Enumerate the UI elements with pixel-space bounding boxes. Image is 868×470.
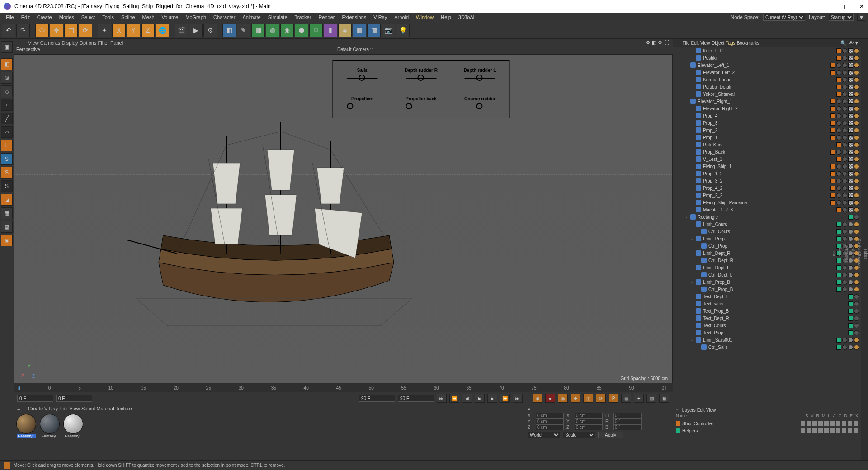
lay-tab-layers[interactable]: Layers — [682, 408, 696, 413]
menu-animate[interactable]: Animate — [239, 14, 264, 20]
frame-end-input[interactable] — [359, 395, 395, 402]
object-row[interactable]: Ctrl_Prop — [673, 242, 861, 249]
nodespace-select[interactable]: Current (V-Ray) — [763, 14, 805, 21]
menu-create[interactable]: Create — [34, 14, 55, 20]
generator-1[interactable]: ▦ — [251, 24, 265, 37]
vp-tab-view[interactable]: View — [28, 40, 39, 46]
layer-row[interactable]: Ship_Controller — [673, 420, 861, 427]
grid-tool-2[interactable]: ▩ — [1, 221, 13, 233]
vp-tab-filter[interactable]: Filter — [98, 40, 109, 46]
viewport-camera[interactable]: Default Camera :: — [337, 47, 373, 54]
object-row[interactable]: Flying_Ship_1 — [673, 163, 861, 170]
axis-mode[interactable]: L — [1, 140, 13, 151]
cube-primitive[interactable]: ◧ — [222, 24, 236, 37]
vp-icon-2[interactable]: ◧ — [652, 40, 656, 46]
mat-tab-edit[interactable]: Edit — [59, 406, 68, 411]
object-row[interactable]: Prop_Back — [673, 148, 861, 155]
material-swatch[interactable]: Fantasy_ — [15, 414, 37, 442]
redo-button[interactable]: ↷ — [16, 24, 30, 37]
record-key[interactable]: ◉ — [533, 394, 542, 403]
menu-mograph[interactable]: MoGraph — [182, 14, 209, 20]
side-tabs[interactable]: TakesContent BrowserObjectsAttributesLay… — [861, 39, 868, 460]
generator-2[interactable]: ◍ — [266, 24, 279, 37]
frame-start-input[interactable] — [17, 395, 53, 402]
layer-row[interactable]: Helpers — [673, 427, 861, 434]
menu-arnold[interactable]: Arnold — [391, 14, 412, 20]
object-row[interactable]: Ctrl_Sails — [673, 343, 861, 351]
vp-icon-3[interactable]: ⟳ — [658, 40, 662, 46]
object-row[interactable]: Elevator_Left_2 — [673, 69, 861, 76]
scene-tool-1[interactable]: ▦ — [353, 24, 366, 37]
coord-x-pos[interactable] — [536, 413, 564, 418]
object-row[interactable]: Prop_4_2 — [673, 184, 861, 192]
material-swatch[interactable]: Fantasy_ — [62, 414, 84, 442]
side-tab-layers[interactable]: Layers — [838, 248, 843, 260]
object-row[interactable]: Text_Cours — [673, 322, 861, 329]
scene-tool-2[interactable]: ▥ — [367, 24, 381, 37]
scale-tool[interactable]: ◫ — [64, 24, 78, 37]
minimize-icon[interactable]: — — [829, 3, 835, 10]
om-tab-bookmarks[interactable]: Bookmarks — [737, 41, 760, 46]
vp-tab-options[interactable]: Options — [80, 40, 97, 46]
next-key-button[interactable]: ⏩ — [500, 394, 510, 403]
grid-tool-3[interactable]: ◉ — [1, 235, 13, 246]
mat-tab-texture[interactable]: Texture — [116, 406, 132, 411]
menu-tools[interactable]: Tools — [99, 14, 117, 20]
object-row[interactable]: Prop_4 — [673, 112, 861, 119]
object-row[interactable]: -Limit_Dept_L — [673, 264, 861, 271]
coord-b-rot[interactable] — [613, 424, 642, 430]
menu-3dtoall[interactable]: 3DToAll — [455, 14, 479, 20]
autokey-toggle[interactable]: ● — [545, 394, 555, 403]
menu-mesh[interactable]: Mesh — [139, 14, 158, 20]
menu-help[interactable]: Help — [438, 14, 454, 20]
point-mode[interactable]: ◦ — [1, 99, 13, 111]
side-tab-content-browser[interactable]: Content Browser — [857, 239, 862, 269]
prev-frame-button[interactable]: ◀ — [462, 394, 472, 403]
menu-volume[interactable]: Volume — [159, 14, 182, 20]
workplane-mode[interactable]: ◇ — [1, 85, 13, 97]
snap-tool-1[interactable]: S — [1, 153, 13, 165]
object-row[interactable]: Flying_Ship_Parusina — [673, 199, 861, 206]
menu-window[interactable]: Window — [413, 14, 437, 20]
apply-button[interactable]: Apply — [598, 432, 623, 438]
field-tool[interactable]: ▮ — [324, 24, 337, 37]
mat-tab-create[interactable]: Create — [28, 406, 43, 411]
key-anim-1[interactable]: ✦ — [634, 394, 644, 403]
render-settings-button[interactable]: ⚙ — [203, 24, 217, 37]
render-picture-button[interactable]: ▶ — [189, 24, 203, 37]
viewport-3d[interactable]: Sails Depth rudder R Depth rudder L Prop… — [14, 54, 673, 383]
om-tab-tags[interactable]: Tags — [726, 41, 735, 46]
object-row[interactable]: Text_Prop_B — [673, 307, 861, 315]
object-row[interactable]: Krilo_L_R — [673, 47, 861, 54]
object-row[interactable]: Ruli_Kurs — [673, 141, 861, 148]
object-row[interactable]: -Rectangle — [673, 213, 861, 221]
object-row[interactable]: Yakori_Shturval — [673, 90, 861, 98]
select-tool[interactable]: ⬭ — [35, 24, 49, 37]
go-end-button[interactable]: ⏭ — [513, 394, 523, 403]
camera-tool[interactable]: 📷 — [382, 24, 395, 37]
mat-tab-select[interactable]: Select — [81, 406, 95, 411]
object-row[interactable]: Elevator_Right_2 — [673, 105, 861, 112]
key-anim-3[interactable]: ▦ — [659, 394, 669, 403]
deformer-tool[interactable]: ◈ — [338, 24, 352, 37]
coord-h-rot[interactable] — [613, 413, 642, 418]
side-tab-str[interactable]: Str — [832, 251, 836, 257]
material-manager[interactable]: Fantasy_Fantasy_Fantasy_ — [14, 412, 524, 446]
menu-file[interactable]: File — [3, 14, 17, 20]
object-row[interactable]: Prop_1 — [673, 134, 861, 141]
object-row[interactable]: Ctrl_Cours — [673, 228, 861, 235]
close-icon[interactable]: ✕ — [859, 3, 864, 10]
maximize-icon[interactable]: ▢ — [844, 3, 850, 10]
object-row[interactable]: Prop_2 — [673, 127, 861, 134]
key-pla[interactable]: ▤ — [621, 394, 631, 403]
om-tab-edit[interactable]: Edit — [691, 41, 699, 46]
hamburger-icon[interactable]: ≡ — [17, 406, 24, 411]
hamburger-icon[interactable]: ≡ — [528, 406, 669, 411]
om-tab-object[interactable]: Object — [711, 41, 724, 46]
object-row[interactable]: -Elevator_Right_1 — [673, 98, 861, 105]
object-row[interactable]: Ctrl_Prop_B — [673, 286, 861, 293]
object-row[interactable]: Machta_1_2_3 — [673, 206, 861, 213]
texture-mode[interactable]: ▨ — [1, 72, 13, 84]
spline-primitive[interactable]: ✎ — [237, 24, 250, 37]
timeline-ruler[interactable]: ▮0510152025303540455055606570758085900 F — [14, 383, 673, 392]
